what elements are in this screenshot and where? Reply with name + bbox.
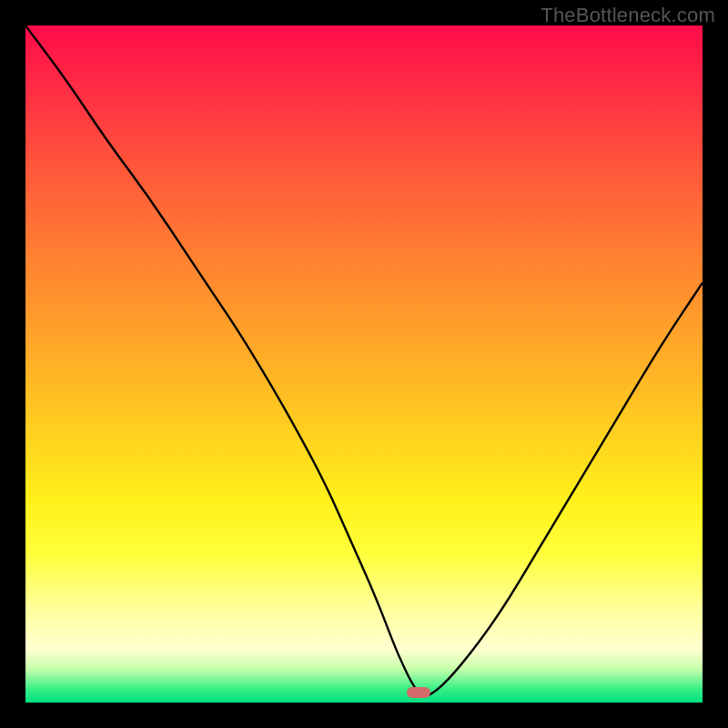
plot-area	[25, 25, 703, 703]
chart-frame: TheBottleneck.com	[0, 0, 728, 728]
watermark-text: TheBottleneck.com	[541, 4, 715, 27]
minimum-marker-icon	[407, 687, 430, 698]
curve-svg	[25, 25, 703, 703]
bottleneck-curve-line	[25, 25, 703, 696]
